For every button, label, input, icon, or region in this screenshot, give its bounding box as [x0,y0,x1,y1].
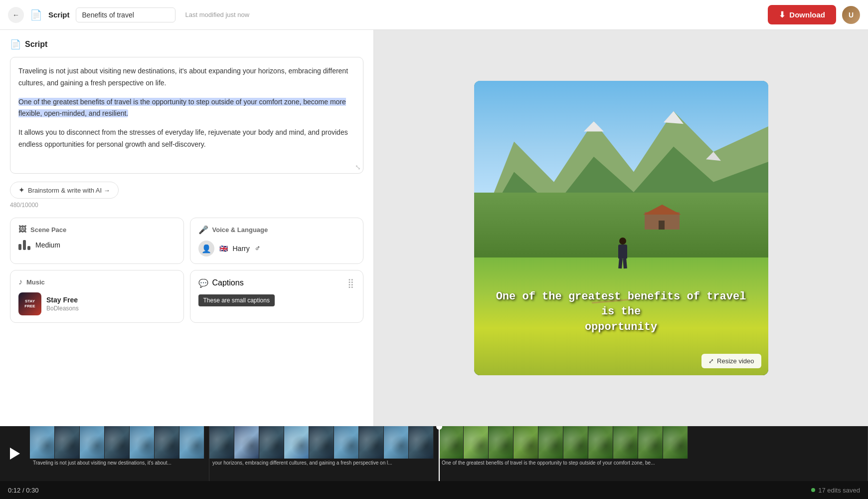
thumb-1-5 [130,426,155,459]
thumb-2-9 [409,426,434,459]
edits-dot [811,488,815,492]
timeline-segment-3: One of the greatest benefits of travel i… [439,426,868,481]
thumb-3-6 [563,426,588,459]
pace-bars-icon [18,240,30,250]
thumb-1-6 [155,426,179,459]
edits-saved-text: 17 edits saved [818,487,860,494]
captions-more-button[interactable]: ⣿ [347,277,355,288]
time-display: 0:12 / 0:30 [8,487,38,494]
music-title: Music [26,278,45,286]
scene-pace-icon: 🖼 [18,225,26,234]
captions-header: 💬 Captions ⣿ [198,277,355,288]
voice-content: 👤 🇬🇧 Harry ♂ [198,241,355,256]
highlighted-text: One of the greatest benefits of travel i… [18,98,346,118]
video-caption-overlay: One of the greatest benefits of travel i… [474,289,768,335]
back-icon: ← [12,11,19,19]
captions-card[interactable]: 💬 Captions ⣿ These are small captions [190,270,364,323]
captions-title: Captions [212,278,244,287]
textarea-resize-handle[interactable]: ⤡ [355,163,361,171]
right-panel: One of the greatest benefits of travel i… [374,30,868,426]
edits-saved: 17 edits saved [811,487,860,494]
segment-2-thumbs [209,426,438,459]
voice-avatar: 👤 [198,241,214,256]
voice-icon: 🎤 [198,225,208,235]
thumb-1-2 [55,426,80,459]
brainstorm-button[interactable]: ✦ Brainstorm & write with AI → [10,182,119,199]
brainstorm-icon: ✦ [18,186,25,195]
segment-1-caption: Traveling is not just about visiting new… [30,459,209,467]
captions-title-group: 💬 Captions [198,278,244,288]
house-shape [645,205,685,230]
music-thumbnail: STAY FREE [18,292,41,315]
brainstorm-label: Brainstorm & write with AI → [28,187,110,194]
script-para-3: It allows you to disconnect from the str… [18,127,355,151]
cards-grid: 🖼 Scene Pace Medium 🎤 Voice & Language [10,218,363,323]
voice-language-card[interactable]: 🎤 Voice & Language 👤 🇬🇧 Harry ♂ [190,218,364,264]
script-editor[interactable]: Traveling is not just about visiting new… [18,65,355,165]
timeline-tracks: Traveling is not just about visiting new… [30,426,868,481]
thumb-2-7 [359,426,384,459]
music-artist-name: BoDleasons [46,305,79,312]
segment-1-thumbs [30,426,209,459]
play-icon [10,448,20,460]
thumb-2-2 [234,426,259,459]
music-track-title: Stay Free [46,296,79,304]
thumb-1-1 [30,426,55,459]
play-button[interactable] [0,426,30,481]
voice-title: Voice & Language [212,226,268,234]
script-label: Script [48,10,70,19]
timeline-segment-1: Traveling is not just about visiting new… [30,426,209,481]
back-button[interactable]: ← [8,7,24,23]
pace-bar-1 [18,244,21,250]
resize-video-button[interactable]: ⤢ Resize video [701,354,761,368]
svg-marker-3 [664,111,684,124]
thumb-1-3 [80,426,105,459]
scene-pace-value: Medium [35,241,60,249]
script-para-2: One of the greatest benefits of travel i… [18,96,355,120]
document-title-input[interactable] [76,7,175,22]
download-label: Download [789,10,825,19]
user-avatar[interactable]: U [842,6,860,24]
thumb-2-1 [209,426,234,459]
voice-flag: 🇬🇧 [219,245,228,252]
music-info: Stay Free BoDleasons [46,296,79,312]
resize-video-icon: ⤢ [708,357,714,365]
svg-marker-2 [584,121,604,131]
captions-icon: 💬 [198,278,208,288]
thumb-3-4 [514,426,538,459]
avatar-initials: U [849,11,854,19]
thumb-1-4 [105,426,130,459]
script-para-1: Traveling is not just about visiting new… [18,65,355,89]
video-caption-text: One of the greatest benefits of travel i… [494,289,748,335]
script-textarea-wrapper: Traveling is not just about visiting new… [10,57,363,174]
voice-name: Harry [233,245,250,252]
last-modified-text: Last modified just now [185,11,250,18]
music-card[interactable]: ♪ Music STAY FREE Stay Free BoDleasons [10,270,184,323]
thumb-3-3 [489,426,514,459]
script-section-header: 📄 Script [10,39,363,50]
thumb-3-8 [613,426,638,459]
voice-gender-icon: ♂ [255,244,261,253]
segment-2-caption: your horizons, embracing different cultu… [209,459,438,467]
scene-pace-card[interactable]: 🖼 Scene Pace Medium [10,218,184,264]
scene-pace-header: 🖼 Scene Pace [18,225,175,234]
scene-pace-content: Medium [18,240,175,250]
timeline-segment-2: your horizons, embracing different cultu… [209,426,439,481]
thumb-3-5 [538,426,563,459]
segment-3-thumbs [439,426,868,459]
thumb-2-8 [384,426,409,459]
walking-figure [615,238,630,272]
bottom-bar: 0:12 / 0:30 17 edits saved [0,481,868,499]
resize-video-label: Resize video [717,357,754,365]
timeline-top: Traveling is not just about visiting new… [0,426,868,481]
script-section-icon: 📄 [10,39,21,50]
segment-3-caption: One of the greatest benefits of travel i… [439,459,868,467]
download-button[interactable]: ⬇ Download [768,5,836,24]
thumb-3-7 [588,426,613,459]
doc-icon: 📄 [30,9,42,21]
download-icon: ⬇ [779,10,785,19]
topbar: ← 📄 Script Last modified just now ⬇ Down… [0,0,868,30]
video-container: One of the greatest benefits of travel i… [474,81,768,375]
captions-content: These are small captions [198,294,355,306]
thumb-2-3 [259,426,284,459]
